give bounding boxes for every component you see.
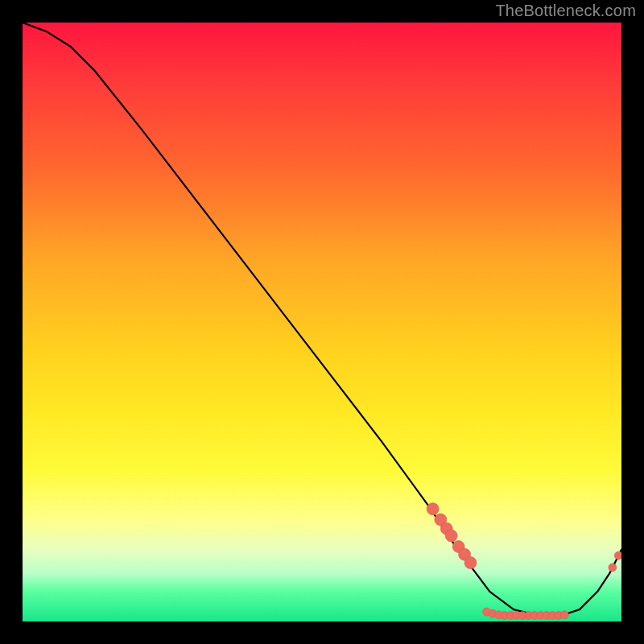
data-marker	[560, 611, 568, 619]
figure-container: TheBottleneck.com	[0, 0, 644, 644]
data-markers	[427, 503, 621, 620]
bottleneck-curve	[23, 23, 621, 616]
data-marker	[614, 551, 621, 559]
attribution-label: TheBottleneck.com	[495, 2, 636, 20]
data-marker	[464, 557, 477, 569]
data-marker	[427, 503, 439, 515]
chart-svg	[23, 23, 621, 621]
data-marker	[445, 530, 457, 542]
data-marker	[609, 564, 617, 572]
